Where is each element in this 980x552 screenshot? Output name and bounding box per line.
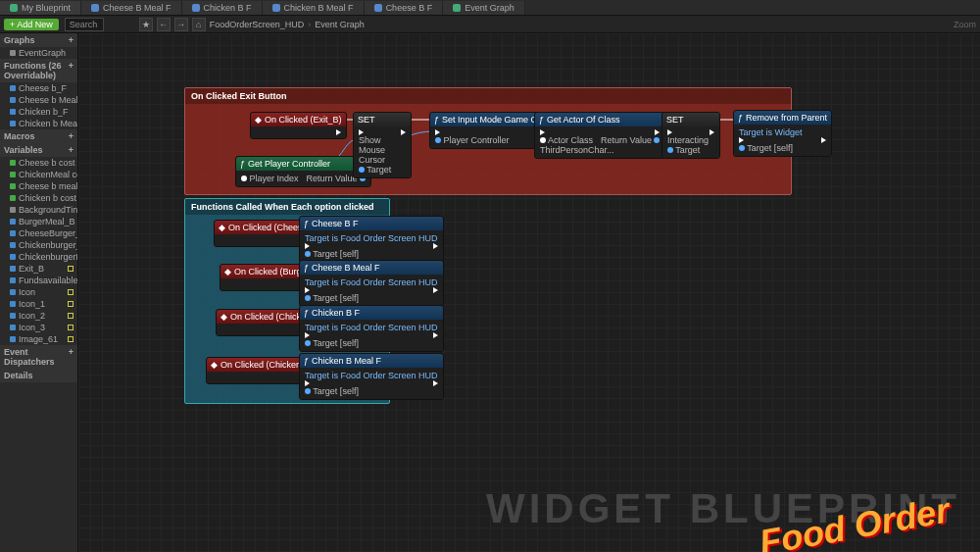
variable-item[interactable]: ChickenburgerMeal_B <box>0 251 77 263</box>
node-header: ƒChicken B Meal F <box>300 354 443 368</box>
input-pin[interactable] <box>540 137 546 143</box>
variable-item[interactable]: Chicken b cost <box>0 192 77 204</box>
visibility-icon[interactable] <box>68 313 74 319</box>
node-set-showmouse[interactable]: SET Show Mouse Cursor Target <box>353 112 412 178</box>
var-icon <box>10 230 16 236</box>
node-header: ƒRemove from Parent <box>734 111 831 125</box>
input-pin[interactable] <box>739 145 745 151</box>
visibility-icon[interactable] <box>68 325 74 330</box>
nav-back-button[interactable]: ← <box>157 18 171 31</box>
exec-pin[interactable] <box>821 137 826 143</box>
variable-item[interactable]: Image_61 <box>0 333 77 345</box>
search-input[interactable]: Search <box>65 18 104 31</box>
details-header[interactable]: Details <box>0 369 77 382</box>
graph-icon <box>453 4 461 12</box>
tab-chickenb[interactable]: Chicken B F <box>182 1 263 15</box>
favorite-button[interactable]: ★ <box>139 18 153 31</box>
variable-item[interactable]: ChickenMeal cost <box>0 169 77 180</box>
function-item[interactable]: Cheese b_F <box>0 82 77 94</box>
add-icon[interactable]: + <box>69 35 74 45</box>
graph-item[interactable]: EventGraph <box>0 47 77 59</box>
node-get-actor-of-class[interactable]: ƒGet Actor Of Class Actor ClassReturn Va… <box>534 112 665 159</box>
tab-cheesebmeal[interactable]: Cheese B Meal F <box>81 1 182 15</box>
dispatchers-header[interactable]: Event Dispatchers+ <box>0 345 77 369</box>
function-item[interactable]: Cheese b Meal_F <box>0 94 77 106</box>
var-icon <box>10 325 16 330</box>
input-pin[interactable] <box>305 388 311 394</box>
tab-label: Cheese B F <box>386 3 433 13</box>
main-area: Graphs+ EventGraph Functions (26 Overrid… <box>0 33 980 552</box>
variable-item[interactable]: Icon <box>0 286 77 298</box>
nav-forward-button[interactable]: → <box>174 18 188 31</box>
comment-title[interactable]: On Clicked Exit Button <box>185 88 791 104</box>
input-pin[interactable] <box>359 167 365 173</box>
tab-label: My Blueprint <box>22 3 71 13</box>
var-icon <box>10 313 16 319</box>
output-pin[interactable] <box>654 137 660 143</box>
node-fn-cheesemeal[interactable]: ƒCheese B Meal F Target is Food Order Sc… <box>299 260 444 307</box>
add-new-button[interactable]: + Add New <box>4 19 59 30</box>
variable-item[interactable]: Chickenburger_B <box>0 239 77 251</box>
node-get-player-controller[interactable]: ƒGet Player Controller Player IndexRetur… <box>235 156 371 187</box>
breadcrumb-root[interactable]: FoodOrderScreen_HUD <box>210 20 305 29</box>
variable-item[interactable]: Cheese b meal cost <box>0 180 77 192</box>
variable-item[interactable]: Exit_B <box>0 263 77 275</box>
function-item[interactable]: Chicken b Meal_F <box>0 118 77 129</box>
input-pin[interactable] <box>667 147 673 153</box>
node-remove-from-parent[interactable]: ƒRemove from Parent Target is Widget Tar… <box>733 110 832 157</box>
node-onclicked-exit[interactable]: ◆On Clicked (Exit_B) <box>250 112 347 139</box>
tab-chickenbmeal[interactable]: Chicken B Meal F <box>263 1 365 15</box>
variable-item[interactable]: Cheese b cost <box>0 157 77 169</box>
node-fn-chickenmeal[interactable]: ƒChicken B Meal F Target is Food Order S… <box>299 353 444 400</box>
variable-item[interactable]: Fundsavailabletext <box>0 275 77 286</box>
input-pin[interactable] <box>305 340 311 346</box>
tab-cheeseb[interactable]: Cheese B F <box>365 1 444 15</box>
graphs-header[interactable]: Graphs+ <box>0 33 77 47</box>
variable-item[interactable]: BurgerMeal_B <box>0 216 77 227</box>
variable-item[interactable]: BackgroundTint <box>0 204 77 216</box>
exec-pin[interactable] <box>433 287 438 293</box>
breadcrumb: ★ ← → ⌂ FoodOrderScreen_HUD › Event Grap… <box>139 18 365 31</box>
visibility-icon[interactable] <box>68 289 74 295</box>
node-set-interacting[interactable]: SET Interacting Target <box>662 112 720 159</box>
function-icon <box>10 85 16 91</box>
var-icon <box>10 207 16 213</box>
visibility-icon[interactable] <box>68 301 74 307</box>
exec-pin[interactable] <box>336 129 341 135</box>
input-pin[interactable] <box>241 176 247 181</box>
function-icon <box>10 121 16 126</box>
variable-item[interactable]: CheeseBurger_B <box>0 227 77 239</box>
exec-pin[interactable] <box>433 380 438 386</box>
node-fn-chickenb[interactable]: ƒChicken B F Target is Food Order Screen… <box>299 305 444 352</box>
tab-eventgraph[interactable]: Event Graph <box>443 1 525 15</box>
function-item[interactable]: Chicken b_F <box>0 106 77 118</box>
variables-header[interactable]: Variables+ <box>0 143 77 157</box>
comment-title[interactable]: Functions Called When Each option clicke… <box>185 199 389 215</box>
visibility-icon[interactable] <box>68 336 74 342</box>
macros-header[interactable]: Macros+ <box>0 129 77 143</box>
var-icon <box>10 219 16 225</box>
input-pin[interactable] <box>435 137 441 143</box>
node-fn-cheeseb[interactable]: ƒCheese B F Target is Food Order Screen … <box>299 216 444 263</box>
add-icon[interactable]: + <box>69 61 74 80</box>
exec-pin[interactable] <box>710 129 714 135</box>
variable-item[interactable]: Icon_2 <box>0 310 77 322</box>
tab-myblueprint[interactable]: My Blueprint <box>0 1 81 15</box>
visibility-icon[interactable] <box>68 266 74 272</box>
variable-item[interactable]: Icon_3 <box>0 322 77 333</box>
breadcrumb-leaf[interactable]: Event Graph <box>315 20 365 29</box>
functions-header[interactable]: Functions (26 Overridable)+ <box>0 59 77 82</box>
exec-pin[interactable] <box>433 332 438 338</box>
input-pin[interactable] <box>305 251 311 257</box>
exec-pin[interactable] <box>433 243 438 249</box>
event-graph-canvas[interactable]: On Clicked Exit Button Functions Called … <box>78 33 980 552</box>
add-icon[interactable]: + <box>69 145 74 155</box>
var-icon <box>10 336 16 342</box>
nav-home-button[interactable]: ⌂ <box>192 18 206 31</box>
add-icon[interactable]: + <box>69 347 74 367</box>
add-icon[interactable]: + <box>69 131 74 141</box>
variable-item[interactable]: Icon_1 <box>0 298 77 310</box>
node-header: ƒChicken B F <box>300 306 443 320</box>
input-pin[interactable] <box>305 295 311 301</box>
blueprint-icon <box>10 4 18 12</box>
